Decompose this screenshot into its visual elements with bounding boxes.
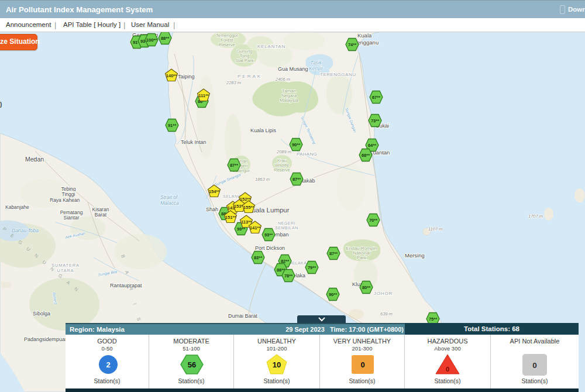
svg-text:100**: 100** [146, 37, 157, 43]
svg-text:Raya Kahean: Raya Kahean [50, 197, 80, 203]
svg-text:Dumai Barat: Dumai Barat [228, 313, 258, 319]
svg-text:2283 m: 2283 m [226, 80, 241, 85]
svg-text:Medan: Medan [25, 156, 44, 163]
svg-text:Teluk Intan: Teluk Intan [181, 139, 207, 145]
svg-text:113**: 113** [241, 219, 252, 225]
svg-text:111**: 111** [198, 93, 209, 98]
svg-text:Taiping: Taiping [178, 74, 195, 80]
svg-text:0: 0 [532, 361, 537, 370]
svg-text:75**: 75** [429, 317, 437, 322]
svg-text:68**: 68** [362, 153, 370, 158]
svg-text:o): o) [0, 101, 2, 108]
svg-text:Sibolga: Sibolga [33, 311, 50, 317]
svg-text:93**: 93** [264, 232, 273, 238]
svg-text:NEGERI: NEGERI [278, 221, 295, 225]
svg-text:Padangsidempuan: Padangsidempuan [24, 336, 68, 342]
svg-text:87**: 87** [329, 251, 338, 256]
svg-text:Tasik: Tasik [310, 60, 322, 66]
svg-text:90**: 90** [292, 142, 300, 147]
svg-text:Kabanjahe: Kabanjahe [5, 204, 29, 210]
svg-text:141**: 141** [250, 225, 260, 231]
svg-text:Barat: Barat [95, 212, 107, 218]
svg-text:Siantar: Siantar [64, 215, 80, 221]
svg-text:0: 0 [360, 360, 364, 369]
svg-text:KELANTAN: KELANTAN [257, 44, 285, 49]
svg-text:Danau Toba: Danau Toba [12, 228, 39, 233]
svg-text:SEMBILAN: SEMBILAN [275, 226, 298, 230]
svg-text:Kuala: Kuala [357, 32, 372, 39]
svg-text:1707 m: 1707 m [528, 214, 543, 219]
svg-text:Malaysia: Malaysia [280, 98, 298, 103]
svg-text:Park: Park [357, 255, 367, 260]
svg-text:87**: 87** [292, 177, 301, 182]
svg-text:155**: 155** [243, 205, 254, 210]
svg-text:PAHANG: PAHANG [297, 152, 317, 157]
svg-text:64**: 64** [368, 143, 376, 148]
svg-text:2089 m: 2089 m [276, 149, 291, 154]
svg-text:Rantauprapat: Rantauprapat [110, 283, 142, 288]
svg-text:Strait of: Strait of [160, 194, 178, 200]
svg-text:Kenyir: Kenyir [309, 66, 324, 71]
svg-text:73**: 73** [371, 118, 379, 123]
svg-text:151**: 151** [225, 215, 236, 220]
svg-text:Port Dickson: Port Dickson [255, 245, 285, 251]
svg-text:Kuala Lipis: Kuala Lipis [250, 128, 277, 133]
svg-text:83**: 83** [254, 255, 262, 260]
svg-text:Stat Park: Stat Park [236, 58, 254, 63]
svg-text:Malacca: Malacca [160, 200, 179, 206]
svg-text:JOHOR: JOHOR [374, 291, 393, 296]
svg-text:88**: 88** [161, 36, 169, 41]
svg-text:140**: 140** [166, 73, 177, 78]
svg-text:PERAK: PERAK [238, 74, 262, 79]
svg-text:1107 m: 1107 m [428, 226, 442, 232]
svg-text:74**: 74** [348, 42, 356, 47]
svg-text:154**: 154** [209, 189, 219, 194]
svg-text:80**: 80** [362, 285, 370, 290]
svg-text:67**: 67** [372, 95, 380, 100]
svg-text:Gua Musang: Gua Musang [278, 66, 308, 72]
svg-text:Tinggi: Tinggi [62, 191, 75, 197]
svg-text:87**: 87** [230, 163, 238, 168]
svg-text:Reserve: Reserve [274, 167, 290, 173]
svg-text:1863 m: 1863 m [255, 177, 270, 182]
svg-text:Reserve: Reserve [219, 42, 235, 47]
svg-text:2: 2 [106, 360, 110, 369]
svg-text:639 m: 639 m [380, 311, 393, 317]
svg-text:90**: 90** [329, 292, 337, 297]
svg-text:91**: 91** [168, 123, 176, 128]
svg-text:0: 0 [446, 366, 449, 373]
svg-text:79**: 79** [308, 265, 316, 270]
svg-text:82**: 82** [281, 259, 289, 264]
svg-text:10: 10 [273, 360, 281, 369]
svg-text:78**: 78** [284, 273, 292, 278]
svg-text:TERENGGANU: TERENGGANU [320, 72, 356, 77]
svg-text:70**: 70** [369, 218, 377, 223]
svg-text:2406 m: 2406 m [275, 77, 290, 82]
svg-text:56: 56 [188, 360, 196, 369]
svg-text:SUMATERA: SUMATERA [51, 263, 80, 268]
svg-text:Mersing: Mersing [405, 252, 425, 259]
